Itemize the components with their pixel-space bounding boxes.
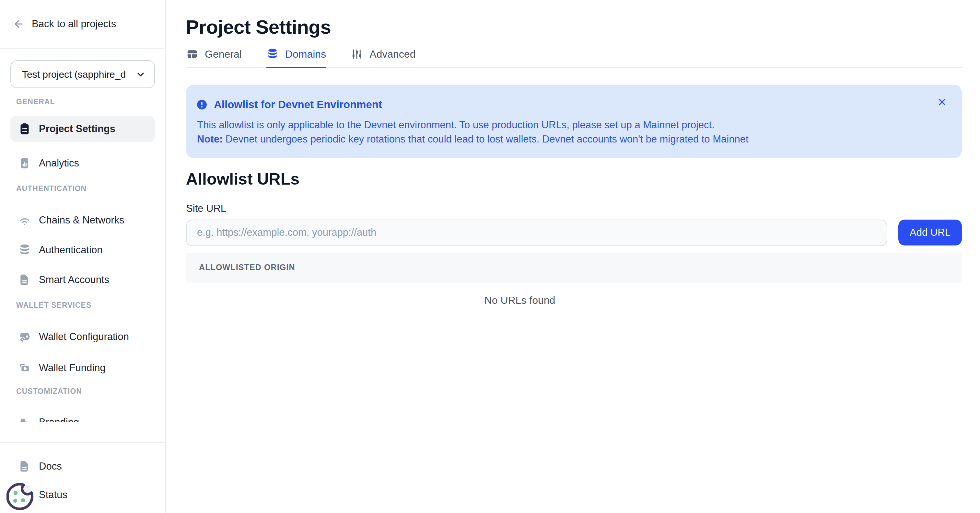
sidebar-item-label: Status bbox=[39, 489, 67, 501]
sliders-icon bbox=[351, 48, 363, 60]
sidebar-item-label: Branding bbox=[39, 416, 79, 422]
tab-advanced[interactable]: Advanced bbox=[351, 48, 415, 68]
sidebar-item-docs[interactable]: Docs bbox=[10, 453, 155, 479]
banner-note-text: Devnet undergoes periodic key rotations … bbox=[223, 133, 748, 144]
wallet-funding-icon bbox=[18, 361, 31, 374]
add-url-button[interactable]: Add URL bbox=[898, 219, 962, 246]
clipboard-icon bbox=[18, 122, 31, 135]
cookie-consent-button[interactable] bbox=[6, 482, 35, 512]
section-label-authentication: AUTHENTICATION bbox=[16, 184, 155, 193]
sidebar-item-label: Authentication bbox=[39, 244, 103, 256]
database-icon bbox=[266, 48, 279, 60]
sidebar-item-wallet-funding[interactable]: Wallet Funding bbox=[10, 355, 155, 381]
sidebar: Back to all projects Test project (sapph… bbox=[0, 0, 166, 513]
database-icon bbox=[18, 243, 31, 256]
back-label: Back to all projects bbox=[32, 18, 116, 30]
tab-domains[interactable]: Domains bbox=[266, 48, 326, 68]
sidebar-item-branding[interactable]: Branding bbox=[10, 409, 155, 422]
sidebar-item-authentication[interactable]: Authentication bbox=[10, 237, 155, 263]
back-to-projects-link[interactable]: Back to all projects bbox=[0, 0, 165, 49]
sidebar-item-label: Chains & Networks bbox=[39, 214, 124, 226]
alert-circle-icon bbox=[196, 99, 207, 110]
file-icon bbox=[18, 273, 31, 286]
site-url-row: Add URL bbox=[186, 219, 962, 246]
wallet-gear-icon bbox=[18, 330, 31, 343]
app-window: Back to all projects Test project (sapph… bbox=[0, 0, 980, 513]
project-selector-value: Test project (sapphire_d bbox=[22, 69, 126, 80]
sidebar-item-label: Wallet Funding bbox=[39, 362, 106, 374]
tab-label: Domains bbox=[285, 49, 326, 60]
banner-note: Note: Devnet undergoes periodic key rota… bbox=[197, 132, 946, 146]
sidebar-item-smart-accounts[interactable]: Smart Accounts bbox=[10, 267, 155, 293]
banner-line1: This allowlist is only applicable to the… bbox=[197, 118, 946, 132]
banner-note-label: Note: bbox=[197, 133, 223, 144]
table-header-label: ALLOWLISTED ORIGIN bbox=[199, 263, 295, 272]
sidebar-item-chains-networks[interactable]: Chains & Networks bbox=[10, 207, 155, 233]
sidebar-item-label: Smart Accounts bbox=[39, 274, 109, 286]
sidebar-item-analytics[interactable]: Analytics bbox=[10, 150, 155, 176]
bar-chart-icon bbox=[18, 157, 31, 170]
devnet-allowlist-banner: Allowlist for Devnet Environment This al… bbox=[186, 85, 962, 158]
table-header: ALLOWLISTED ORIGIN bbox=[186, 253, 962, 283]
project-selector[interactable]: Test project (sapphire_d bbox=[10, 60, 155, 88]
site-url-label: Site URL bbox=[186, 202, 962, 215]
section-label-wallet-services: WALLET SERVICES bbox=[16, 300, 155, 310]
tab-label: Advanced bbox=[369, 48, 415, 60]
sidebar-item-wallet-configuration[interactable]: Wallet Configuration bbox=[10, 324, 155, 350]
chevron-down-icon bbox=[135, 69, 146, 79]
empty-state: No URLs found bbox=[186, 295, 854, 307]
tab-label: General bbox=[205, 48, 242, 60]
table-grid-icon bbox=[186, 48, 198, 60]
allowlist-heading: Allowlist URLs bbox=[186, 169, 962, 189]
sidebar-item-label: Project Settings bbox=[39, 123, 115, 135]
project-selector-wrap: Test project (sapphire_d bbox=[0, 49, 165, 88]
banner-header: Allowlist for Devnet Environment bbox=[196, 98, 946, 111]
sidebar-nav: GENERAL Project Settings Analytics AUTHE… bbox=[0, 88, 165, 422]
sidebar-item-label: Analytics bbox=[39, 157, 79, 169]
banner-body: This allowlist is only applicable to the… bbox=[197, 118, 946, 146]
arrow-left-icon bbox=[13, 18, 25, 30]
section-label-customization: CUSTOMIZATION bbox=[16, 387, 155, 396]
page-title: Project Settings bbox=[186, 16, 962, 38]
tab-general[interactable]: General bbox=[186, 48, 242, 68]
docs-file-icon bbox=[18, 460, 31, 473]
sidebar-item-label: Docs bbox=[39, 461, 62, 472]
sidebar-item-label: Wallet Configuration bbox=[39, 331, 129, 343]
main-content: Project Settings General Domains Advance… bbox=[166, 0, 980, 513]
section-label-general: GENERAL bbox=[16, 97, 155, 106]
tab-bar: General Domains Advanced bbox=[186, 48, 962, 68]
sidebar-item-project-settings[interactable]: Project Settings bbox=[10, 116, 155, 142]
wifi-icon bbox=[18, 214, 31, 227]
site-url-input[interactable] bbox=[186, 219, 887, 246]
close-icon[interactable] bbox=[935, 95, 949, 109]
banner-title: Allowlist for Devnet Environment bbox=[214, 98, 382, 111]
branding-icon bbox=[18, 416, 31, 422]
